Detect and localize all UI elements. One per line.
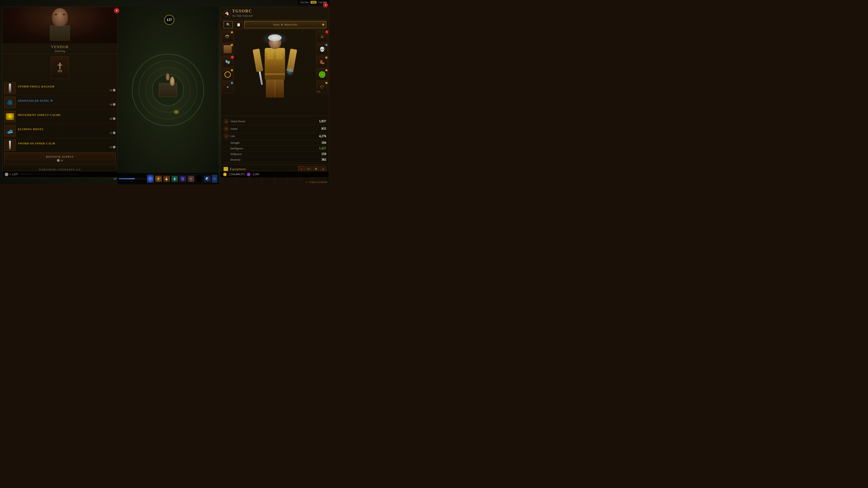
vendor-type-label: VENDOR: [2, 45, 117, 49]
skill-slot-8[interactable]: 🌊 T: [204, 174, 211, 183]
xp-level: 137: [113, 177, 117, 180]
item-name: SWORD OF INNER CALM: [18, 142, 116, 145]
offhand-icon: 🛡: [320, 85, 324, 90]
gold-amount: 2,556,888,375: [229, 173, 245, 176]
stats-materials-button[interactable]: Stats & Materials: [244, 21, 326, 28]
town-portal-button[interactable]: ⬡: [212, 175, 217, 183]
rarity-indicator: [326, 82, 327, 84]
coin-icon: [113, 103, 116, 106]
item-details: STORM SWELL DAGGER 26: [18, 85, 116, 92]
vendor-close-button[interactable]: ✕: [114, 8, 119, 13]
tab-book[interactable]: 📋: [234, 21, 243, 28]
key-hint-2: Q: [158, 180, 159, 182]
intelligence-value: 1,427: [319, 147, 327, 150]
rarity-indicator: [326, 69, 327, 71]
vendor-panel: VENDOR Bartering STOR: [2, 7, 118, 177]
game-world: [118, 7, 218, 173]
life-label: Life: [230, 135, 319, 138]
book-icon: 📋: [237, 23, 241, 27]
char-model-center: [235, 30, 315, 116]
equip-slot-weapon[interactable]: ⚔ !: [316, 31, 328, 42]
restock-coin-icon: [57, 159, 60, 162]
item-icon: ✦: [4, 111, 16, 122]
location-label: The Den: [300, 1, 309, 4]
equip-slot-gloves[interactable]: 🧤 !: [222, 56, 234, 68]
stats-diamond-icon: [322, 23, 324, 26]
item-cost: 22: [18, 131, 116, 134]
attack-power-value: 1,837: [319, 120, 327, 123]
skill-icon-7: [196, 175, 202, 182]
key-hint-4: E: [174, 180, 176, 182]
equip-slot-ring-1[interactable]: [222, 69, 234, 80]
rarity-indicator: [231, 31, 233, 33]
char-name: TGSORC: [232, 9, 252, 13]
skill-slot-2[interactable]: ⚡ Q: [155, 174, 162, 183]
amulet-icon: [319, 71, 325, 78]
list-item[interactable]: SWORD OF INNER CALM 23: [2, 138, 117, 151]
skill-slot-1[interactable]: ❄ Z: [147, 174, 154, 183]
item-details: SWORD OF INNER CALM 23: [18, 142, 116, 149]
aspect-cache-icon: ✦: [6, 113, 14, 120]
upgrade-badge: !: [325, 30, 329, 33]
intelligence-label: Intelligence: [223, 147, 319, 150]
attack-power-label: Attack Power: [230, 120, 319, 123]
skill-slot-5[interactable]: 🌀 R: [180, 174, 186, 183]
char-currency-bar: 2,556,888,375 2,100: [220, 171, 329, 177]
tab-search[interactable]: 🔍: [223, 21, 232, 28]
skill-slot-7[interactable]: [196, 174, 203, 183]
key-hint-6: M4: [190, 180, 192, 182]
item-cost: 26: [18, 103, 116, 106]
game-background: The Den TAB 7:42 PM ✕: [0, 0, 329, 184]
equip-slot-offhand[interactable]: 🛡 ▲▲: [316, 81, 328, 93]
skill-slot-6[interactable]: ✦ M4: [188, 174, 194, 183]
rarity-indicator: [231, 69, 233, 71]
equip-slot-boots[interactable]: 🥾: [316, 56, 328, 68]
equip-slot-chest[interactable]: [222, 43, 234, 55]
slot-indicator: ▲▲: [317, 90, 320, 92]
attack-power-icon: ⚔: [223, 119, 229, 124]
rarity-indicator: [231, 82, 233, 84]
chest-icon: [223, 45, 232, 53]
gold-icon: [223, 173, 227, 176]
vendor-weapon-icon: [51, 56, 69, 79]
dexterity-label: Dexterity: [223, 158, 321, 162]
restock-supply-button[interactable]: Restock Supply 50: [4, 153, 116, 164]
bottom-action-bar: 137 ❄ Z ⚡ Q 🔥 W 💧 E 3 🌀 R ✦ M4: [118, 173, 218, 184]
char-title-status: No Title Selected: [232, 14, 252, 18]
essence-amount: 2,100: [253, 173, 259, 176]
ring-icon: [224, 71, 231, 78]
skill-slot-3[interactable]: 🔥 W: [163, 174, 170, 183]
coin-icon: [113, 131, 116, 134]
search-icon: 🔍: [226, 23, 230, 27]
equipment-title: Equipment: [230, 167, 246, 171]
list-item[interactable]: STORM SWELL DAGGER 26: [2, 81, 117, 95]
item-cost: 40: [18, 117, 116, 120]
equip-slot-head[interactable]: ⛑: [222, 31, 234, 42]
item-icon: [4, 83, 16, 94]
skill-slot-4[interactable]: 💧 E 3: [171, 174, 178, 183]
equipment-icon: ⚔: [223, 167, 228, 171]
char-avatar: 🐴: [223, 10, 230, 17]
list-item[interactable]: 🧥 SNOWVEILED TUNIC ✳ 26: [2, 95, 117, 109]
char-panel-close-button[interactable]: ✕: [323, 2, 328, 7]
watermark-label: ✦ THEGAMER: [306, 181, 328, 184]
equip-slot-pants[interactable]: 💀: [316, 43, 328, 55]
coin-icon: [113, 146, 116, 149]
equip-slot-amulet[interactable]: [316, 69, 328, 80]
char-tabs: 🔍 📋 Stats & Materials: [221, 20, 329, 30]
char-model-area: ⛑ 🧤 !: [221, 30, 329, 116]
skull-icon: 💀: [319, 46, 325, 52]
character-panel: ✕ 137 🐴 TGSORC No Title Selected 🔍 📋: [221, 7, 329, 177]
list-item[interactable]: ✦ MOVEMENT ASPECT CACHE 40: [2, 109, 117, 124]
item-details: MOVEMENT ASPECT CACHE 40: [18, 113, 116, 120]
items-list[interactable]: STORM SWELL DAGGER 26 🧥 SNOWVEILED TUNIC…: [2, 81, 117, 151]
rarity-indicator: [231, 44, 233, 46]
list-item[interactable]: 👟 ELUDING BOOTS 22: [2, 124, 117, 138]
stat-row-life: ❤ Life 4,276: [223, 133, 326, 140]
key-hint-5: R: [182, 180, 183, 182]
rarity-indicator: [326, 57, 327, 59]
item-name: MOVEMENT ASPECT CACHE: [18, 113, 116, 117]
vendor-info: VENDOR Bartering: [2, 43, 117, 54]
equip-slot-ring-2[interactable]: ✦: [222, 81, 234, 93]
ring-2-icon: ✦: [226, 85, 229, 90]
